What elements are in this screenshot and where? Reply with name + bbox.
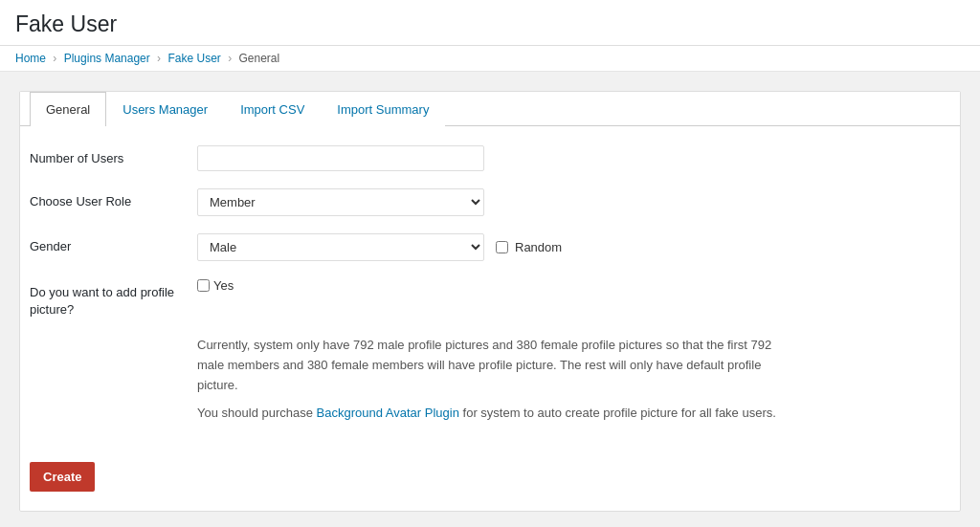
profile-picture-row: Do you want to add profile picture? Yes [20,278,941,318]
gender-label: Gender [20,233,197,253]
info-text-2: You should purchase Background Avatar Pl… [197,404,786,424]
background-avatar-plugin-link[interactable]: Background Avatar Plugin [317,406,459,420]
breadcrumb-sep-2: › [157,52,161,65]
breadcrumb-current: General [239,52,280,65]
random-checkbox[interactable] [496,241,508,253]
profile-picture-label: Do you want to add profile picture? [20,278,197,318]
yes-label[interactable]: Yes [213,278,234,293]
gender-select[interactable]: Male Female [197,233,484,261]
breadcrumb: Home › Plugins Manager › Fake User › Gen… [0,46,980,72]
tabs: General Users Manager Import CSV Import … [20,92,960,126]
info-text-1: Currently, system only have 792 male pro… [197,336,786,395]
tab-users-manager[interactable]: Users Manager [106,92,224,126]
gender-field: Male Female Random [197,233,941,261]
user-role-row: Choose User Role Member Subscriber Edito… [20,188,941,216]
info-text-2-before: You should purchase [197,406,317,420]
tab-import-summary[interactable]: Import Summary [321,92,445,126]
user-role-select[interactable]: Member Subscriber Editor Author Administ… [197,188,484,216]
number-of-users-row: Number of Users [20,145,941,171]
info-text-2-after: for system to auto create profile pictur… [459,406,776,420]
number-of-users-field [197,145,941,171]
tab-general[interactable]: General [30,92,106,126]
number-of-users-label: Number of Users [20,145,197,165]
tab-import-csv[interactable]: Import CSV [224,92,321,126]
info-text: Currently, system only have 792 male pro… [20,336,786,423]
number-of-users-input[interactable] [197,145,484,171]
create-button[interactable]: Create [30,462,95,492]
breadcrumb-sep-1: › [53,52,56,65]
breadcrumb-plugins-manager[interactable]: Plugins Manager [64,52,150,65]
random-text: Random [515,240,562,254]
page-title: Fake User [15,11,965,37]
gender-row: Gender Male Female Random [20,233,941,261]
breadcrumb-home[interactable]: Home [15,52,46,65]
user-role-label: Choose User Role [20,188,197,209]
random-label: Random [496,240,562,254]
yes-checkbox[interactable] [197,279,210,292]
user-role-field: Member Subscriber Editor Author Administ… [197,188,941,216]
breadcrumb-sep-3: › [228,52,232,65]
button-row: Create [20,452,960,511]
breadcrumb-fake-user[interactable]: Fake User [167,52,220,65]
profile-picture-field: Yes [197,278,941,293]
